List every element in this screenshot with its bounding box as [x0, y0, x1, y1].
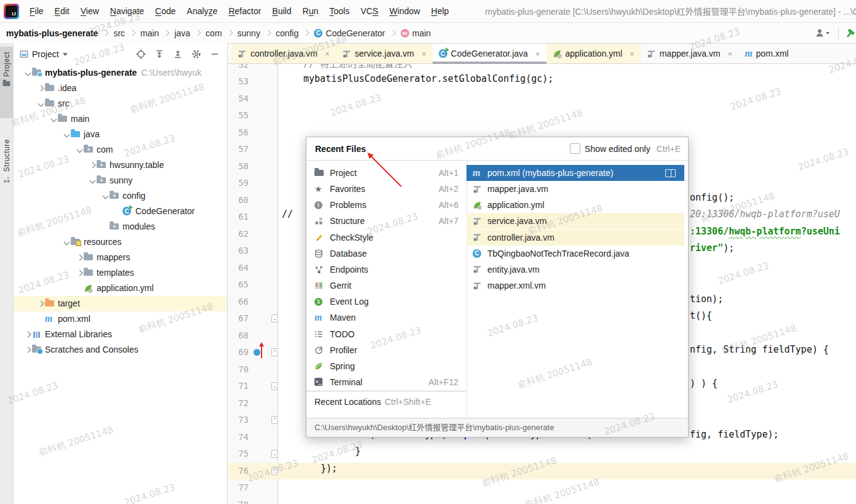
toolwindow-item-structure[interactable]: StructureAlt+7 — [306, 213, 466, 229]
menu-file[interactable]: File — [24, 0, 49, 22]
menu-edit[interactable]: Edit — [49, 0, 75, 22]
toolwindow-item-gerrit[interactable]: Gerrit — [306, 278, 466, 294]
menu-window[interactable]: Window — [384, 0, 426, 22]
build-hammer-icon[interactable] — [845, 28, 856, 38]
menu-view[interactable]: View — [75, 0, 105, 22]
collapse-all-icon[interactable] — [173, 49, 183, 59]
toolwindow-item-problems[interactable]: !ProblemsAlt+6 — [306, 197, 466, 213]
menu-analyze[interactable]: Analyze — [182, 0, 223, 22]
user-account-icon[interactable] — [814, 28, 832, 38]
show-edited-only-checkbox[interactable] — [570, 143, 580, 154]
tab-controller.java.vm[interactable]: controller.java.vm× — [231, 44, 336, 63]
menu-vcs[interactable]: VCS — [355, 0, 384, 22]
recent-locations-item[interactable]: Recent Locations Ctrl+Shift+E — [306, 393, 466, 410]
recent-file-mapper.java.vm[interactable]: mapper.java.vm — [466, 181, 684, 197]
split-vertically-icon[interactable] — [665, 169, 676, 177]
stripe-tab-structure[interactable]: Structure — [0, 134, 13, 213]
chevron-down-icon[interactable] — [36, 99, 45, 108]
fold-end-icon[interactable]: ⌃ — [271, 416, 278, 424]
chevron-down-icon[interactable] — [101, 191, 110, 200]
toolwindow-item-maven[interactable]: mMaven — [306, 310, 466, 326]
toolwindow-item-database[interactable]: Database — [306, 246, 466, 262]
recent-file-controller.java.vm[interactable]: controller.java.vm — [466, 230, 684, 246]
tree-item-config[interactable]: config — [14, 188, 227, 204]
recent-file-pom.xml[interactable]: mpom.xml (mybatis-plus-generate) — [466, 165, 684, 181]
breadcrumb-item-main[interactable]: main — [140, 28, 159, 38]
breadcrumb-item-sunny[interactable]: sunny — [238, 28, 260, 38]
fold-end-icon[interactable]: ⌃ — [271, 467, 278, 475]
menu-navigate[interactable]: Navigate — [105, 0, 150, 22]
tree-item-application.yml[interactable]: application.yml — [14, 281, 227, 296]
chevron-right-icon[interactable] — [36, 299, 45, 308]
fold-collapse-icon[interactable]: ⌄ — [271, 314, 278, 322]
toolwindow-item-todo[interactable]: TODO — [306, 326, 466, 342]
tab-mapper.java.vm[interactable]: mapper.java.vm× — [641, 44, 738, 63]
stripe-tab-project[interactable]: Project — [0, 47, 13, 118]
menu-build[interactable]: Build — [266, 0, 297, 22]
chevron-down-icon[interactable] — [88, 176, 97, 185]
toolwindow-item-favorites[interactable]: ★FavoritesAlt+2 — [306, 181, 466, 197]
chevron-right-icon[interactable] — [23, 330, 32, 338]
chevron-down-icon[interactable] — [23, 68, 32, 77]
close-icon[interactable]: × — [728, 49, 733, 58]
tree-item-CodeGenerator[interactable]: CCodeGenerator — [14, 204, 227, 219]
close-icon[interactable]: × — [630, 49, 634, 58]
fold-collapse-icon[interactable]: ⌄ — [271, 450, 278, 458]
toolwindow-item-endpoints[interactable]: Endpoints — [306, 262, 466, 278]
fold-end-icon[interactable]: ⌃ — [271, 348, 278, 356]
menu-refactor[interactable]: Refactor — [223, 0, 266, 22]
chevron-right-icon[interactable] — [75, 253, 84, 262]
tab-CodeGenerator.java[interactable]: CCodeGenerator.java× — [433, 44, 546, 63]
menu-run[interactable]: Run — [297, 0, 324, 22]
fold-collapse-icon[interactable]: ⌄ — [271, 382, 278, 390]
tree-item-pom.xml[interactable]: mpom.xml — [14, 311, 227, 327]
tree-item-modules[interactable]: modules — [14, 219, 227, 234]
breadcrumb-item-main[interactable]: mmain — [401, 28, 431, 38]
recent-file-service.java.vm[interactable]: service.java.vm — [466, 213, 684, 229]
toolwindow-item-event-log[interactable]: 1Event Log — [306, 294, 466, 310]
tree-item-mybatis-plus-generate[interactable]: mybatis-plus-generateC:\Users\hwyuk — [14, 65, 227, 81]
tree-item-sunny[interactable]: sunny — [14, 173, 227, 188]
chevron-down-icon[interactable] — [62, 238, 71, 246]
breadcrumb-item-CodeGenerator[interactable]: CCodeGenerator — [314, 28, 385, 38]
tree-item-hwsunny.table[interactable]: hwsunny.table — [14, 158, 227, 173]
toolwindow-item-project[interactable]: ProjectAlt+1 — [306, 165, 466, 181]
toolwindow-item-terminal[interactable]: >_TerminalAlt+F12 — [306, 374, 466, 390]
tree-item-com[interactable]: com — [14, 142, 227, 158]
project-panel-title[interactable]: Project — [20, 49, 68, 59]
tab-pom.xml[interactable]: mpom.xml — [738, 44, 794, 63]
recent-file-TbQingbaoNotTechTraceRecord.java[interactable]: CTbQingbaoNotTechTraceRecord.java — [466, 246, 684, 262]
chevron-down-icon[interactable] — [62, 130, 71, 138]
tab-application.yml[interactable]: application.yml× — [546, 44, 641, 63]
toolwindow-item-spring[interactable]: Spring — [306, 358, 466, 374]
tree-item-.idea[interactable]: .idea — [14, 81, 227, 96]
breadcrumb-item-java[interactable]: java — [174, 28, 190, 38]
toolwindow-item-profiler[interactable]: Profiler — [306, 342, 466, 358]
menu-code[interactable]: Code — [150, 0, 181, 22]
tree-item-templates[interactable]: templates — [14, 265, 227, 281]
breadcrumb-item-src[interactable]: src — [113, 28, 125, 38]
tree-item-target[interactable]: target — [14, 296, 227, 311]
expand-all-icon[interactable] — [154, 49, 164, 59]
tree-item-src[interactable]: src — [14, 96, 227, 111]
breadcrumb-item-com[interactable]: com — [206, 28, 222, 38]
menu-help[interactable]: Help — [426, 0, 455, 22]
tree-item-main[interactable]: main — [14, 111, 227, 127]
recent-file-application.yml[interactable]: application.yml — [466, 197, 684, 213]
chevron-right-icon[interactable] — [88, 161, 97, 169]
chevron-down-icon[interactable] — [49, 114, 58, 123]
menu-tools[interactable]: Tools — [324, 0, 355, 22]
locate-icon[interactable] — [136, 49, 146, 59]
chevron-right-icon[interactable] — [23, 345, 32, 354]
close-icon[interactable]: × — [325, 49, 330, 58]
close-icon[interactable]: × — [422, 49, 426, 58]
breadcrumb-item-config[interactable]: config — [276, 28, 298, 38]
override-gutter-icon[interactable] — [254, 349, 260, 356]
settings-icon[interactable] — [191, 49, 201, 59]
tab-service.java.vm[interactable]: service.java.vm× — [336, 44, 433, 63]
tree-item-External Libraries[interactable]: External Libraries — [14, 327, 227, 342]
chevron-down-icon[interactable] — [75, 145, 84, 154]
recent-file-entity.java.vm[interactable]: entity.java.vm — [466, 262, 684, 278]
tree-item-java[interactable]: java — [14, 127, 227, 142]
tree-item-mappers[interactable]: mappers — [14, 250, 227, 265]
